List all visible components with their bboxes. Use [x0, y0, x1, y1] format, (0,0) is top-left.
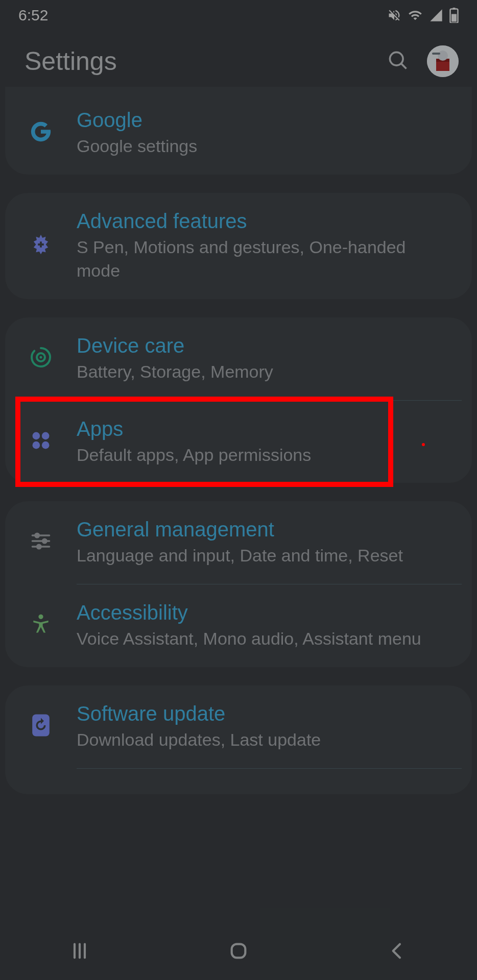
header: Settings [0, 31, 477, 92]
nav-recents-button[interactable] [29, 932, 131, 972]
settings-card-device: Device care Battery, Storage, Memory App… [5, 317, 472, 483]
settings-list[interactable]: Google Google settings Advanced features… [0, 87, 477, 794]
back-icon [387, 941, 408, 963]
navigation-bar [0, 924, 477, 980]
apps-icon [30, 429, 52, 454]
highlight-dot [422, 443, 425, 446]
svg-point-14 [33, 441, 40, 449]
svg-rect-27 [232, 944, 246, 958]
settings-card-advanced: Advanced features S Pen, Motions and ges… [5, 193, 472, 299]
svg-point-13 [42, 432, 50, 439]
status-icons [387, 8, 459, 23]
settings-item-google[interactable]: Google Google settings [5, 92, 472, 175]
settings-item-title: Software update [77, 701, 451, 726]
settings-item-device-care[interactable]: Device care Battery, Storage, Memory [5, 317, 472, 400]
mute-icon [387, 8, 401, 22]
software-update-icon [31, 713, 51, 740]
status-bar: 6:52 [0, 0, 477, 31]
sliders-icon [30, 530, 52, 554]
profile-avatar[interactable] [427, 45, 459, 77]
svg-point-12 [33, 432, 40, 439]
search-icon [387, 49, 409, 74]
svg-rect-23 [32, 715, 50, 737]
svg-rect-9 [432, 53, 440, 55]
svg-rect-1 [451, 14, 457, 22]
settings-item-title: Accessibility [77, 600, 451, 625]
svg-point-15 [42, 441, 50, 449]
nav-back-button[interactable] [346, 932, 448, 972]
settings-item-title: Device care [77, 333, 451, 358]
settings-item-subtitle: Voice Assistant, Mono audio, Assistant m… [77, 627, 451, 651]
google-icon [29, 120, 53, 145]
settings-item-subtitle: Language and input, Date and time, Reset [77, 544, 451, 568]
advanced-features-icon [29, 233, 53, 258]
settings-item-title: Apps [77, 416, 451, 442]
settings-item-subtitle: Battery, Storage, Memory [77, 360, 451, 384]
svg-line-4 [401, 63, 406, 68]
settings-item-apps[interactable]: Apps Default apps, App permissions [5, 401, 472, 483]
settings-card-software: Software update Download updates, Last u… [5, 685, 472, 794]
signal-icon [429, 8, 443, 22]
battery-icon [449, 8, 459, 23]
settings-item-subtitle: Download updates, Last update [77, 728, 451, 752]
settings-item-title: Advanced features [77, 208, 451, 234]
svg-point-17 [35, 534, 39, 537]
page-title: Settings [25, 46, 382, 76]
settings-item-title: Google [77, 107, 451, 133]
settings-card-general: General management Language and input, D… [5, 501, 472, 667]
settings-item-advanced-features[interactable]: Advanced features S Pen, Motions and ges… [5, 193, 472, 299]
settings-item-general-management[interactable]: General management Language and input, D… [5, 501, 472, 584]
settings-item-title: General management [77, 517, 451, 542]
settings-item-subtitle: S Pen, Motions and gestures, One-handed … [77, 236, 451, 283]
svg-point-22 [38, 615, 43, 619]
nav-home-button[interactable] [187, 932, 290, 972]
svg-point-3 [390, 52, 403, 65]
home-icon [228, 941, 249, 963]
settings-item-software-update[interactable]: Software update Download updates, Last u… [5, 685, 472, 768]
svg-point-8 [438, 51, 448, 61]
svg-point-19 [43, 540, 46, 543]
svg-point-11 [40, 356, 42, 358]
device-care-icon [29, 345, 53, 372]
settings-item-accessibility[interactable]: Accessibility Voice Assistant, Mono audi… [5, 584, 472, 667]
status-time: 6:52 [18, 7, 48, 24]
settings-item-subtitle: Default apps, App permissions [77, 444, 451, 467]
accessibility-icon [30, 613, 52, 638]
recents-icon [69, 941, 90, 963]
wifi-icon [408, 8, 423, 22]
settings-item-subtitle: Google settings [77, 135, 451, 158]
svg-point-21 [37, 545, 41, 549]
settings-item-partial[interactable] [5, 769, 472, 794]
settings-item-title [77, 784, 451, 794]
search-button[interactable] [382, 45, 414, 77]
svg-rect-2 [453, 8, 456, 10]
settings-card-google: Google Google settings [5, 87, 472, 175]
